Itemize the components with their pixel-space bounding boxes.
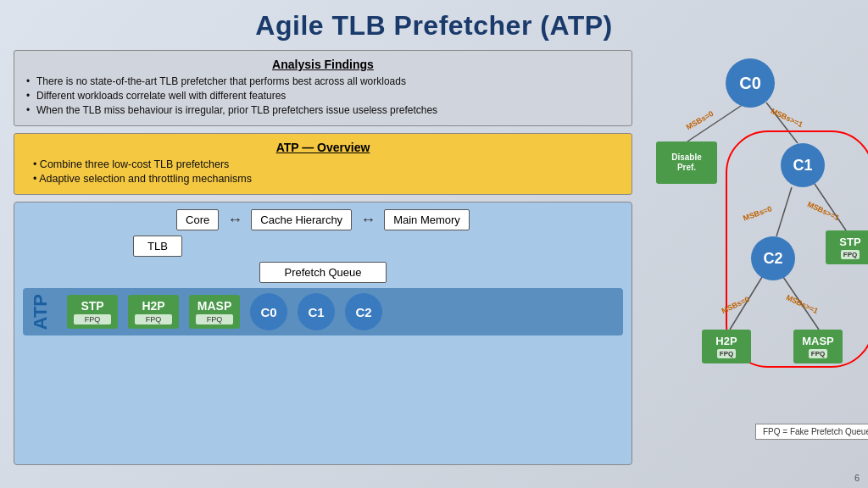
- node-masp: MASP FPQ: [793, 330, 843, 363]
- left-panel: Analysis Findings There is no state-of-t…: [14, 50, 632, 465]
- arrow-core-cache: ↔: [227, 211, 242, 229]
- edge-label-msb1-right: MSBs>=1: [770, 107, 804, 129]
- overview-bullet-1: Combine three low-cost TLB prefetchers: [33, 158, 620, 170]
- c1-circle-bottom: C1: [298, 293, 335, 330]
- analysis-findings-box: Analysis Findings There is no state-of-t…: [14, 50, 632, 126]
- atp-overview-box: ATP — Overview Combine three low-cost TL…: [14, 133, 632, 195]
- overview-bullet-2: Adaptive selection and throttling mechan…: [33, 173, 620, 185]
- c0-circle-bottom: C0: [250, 293, 287, 330]
- arrow-cache-memory: ↔: [360, 211, 376, 229]
- slide-title: Agile TLB Prefetcher (ATP): [14, 10, 854, 42]
- analysis-bullet-1: There is no state-of-the-art TLB prefetc…: [26, 75, 620, 87]
- tree-diagram: C0 DisablePref. C1 C2 STP FPQ: [641, 50, 868, 465]
- edge-label-msb0-left: MSBs=0: [685, 109, 715, 131]
- architecture-diagram: Core ↔ Cache Hierarchy ↔ Main Memory TLB: [14, 202, 632, 465]
- content-area: Analysis Findings There is no state-of-t…: [14, 50, 854, 465]
- node-disable-pref: DisablePref.: [656, 141, 717, 184]
- memory-box: Main Memory: [384, 209, 470, 230]
- pq-row: Prefetch Queue: [23, 262, 623, 283]
- core-box: Core: [176, 209, 219, 230]
- analysis-bullet-2: Different workloads correlate well with …: [26, 90, 620, 102]
- h2p-prefetcher: H2P FPQ: [128, 295, 179, 329]
- analysis-bullet-3: When the TLB miss behaviour is irregular…: [26, 104, 620, 116]
- edge-label-msb0-c1left: MSBs=0: [742, 204, 773, 222]
- slide: Agile TLB Prefetcher (ATP) Analysis Find…: [0, 0, 868, 488]
- node-h2p: H2P FPQ: [702, 330, 751, 363]
- prefetch-queue-box: Prefetch Queue: [259, 262, 386, 283]
- disable-pref-label: DisablePref.: [671, 152, 702, 173]
- overview-bullets: Combine three low-cost TLB prefetchers A…: [26, 158, 620, 185]
- stp-prefetcher: STP FPQ: [67, 295, 118, 329]
- masp-prefetcher: MASP FPQ: [189, 295, 240, 329]
- atp-label: ATP: [30, 294, 52, 330]
- right-panel: C0 DisablePref. C1 C2 STP FPQ: [641, 50, 868, 465]
- edge-label-msb1-c1right: MSBs>=1: [806, 200, 841, 222]
- svg-line-2: [776, 187, 792, 236]
- diagram-top-row: Core ↔ Cache Hierarchy ↔ Main Memory: [23, 209, 623, 230]
- fpq-legend: FPQ = Fake Prefetch Queue: [755, 424, 868, 440]
- node-stp: STP FPQ: [826, 230, 868, 264]
- edge-label-msb0-c2left: MSBs=0: [721, 295, 751, 315]
- slide-number: 6: [854, 473, 860, 483]
- analysis-bullets: There is no state-of-the-art TLB prefetc…: [26, 75, 620, 116]
- tlb-row: TLB: [23, 236, 623, 257]
- edge-label-msb1-c2right: MSBs>=1: [785, 293, 820, 315]
- node-c1: C1: [781, 143, 825, 187]
- prefetchers-area: ATP STP FPQ H2P FPQ MASP FPQ: [23, 288, 623, 336]
- c2-circle-bottom: C2: [345, 293, 382, 330]
- node-c2: C2: [751, 236, 795, 280]
- cache-box: Cache Hierarchy: [251, 209, 352, 230]
- overview-heading: ATP — Overview: [26, 141, 620, 154]
- analysis-heading: Analysis Findings: [26, 58, 620, 71]
- tlb-box: TLB: [133, 236, 182, 257]
- node-c0: C0: [726, 58, 775, 108]
